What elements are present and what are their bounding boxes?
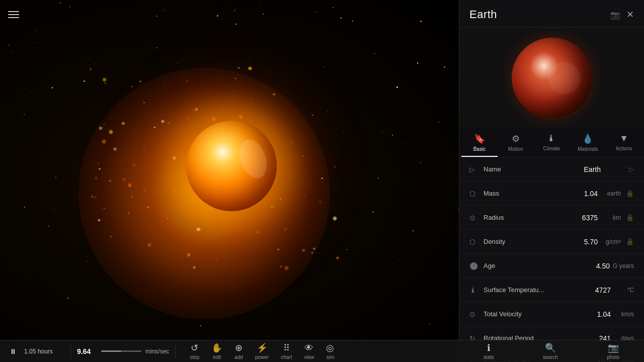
toolbar-btn-view[interactable]: 👁 view [298, 342, 320, 361]
tab-materials[interactable]: 💧 Materials [570, 128, 606, 157]
chart-label: chart [281, 354, 292, 360]
copy-icon[interactable]: ▷ [629, 165, 634, 173]
panel-title: Earth [469, 8, 497, 21]
prop-value-0[interactable]: Earth [584, 165, 601, 173]
lock-icon[interactable]: 🔒 [626, 214, 634, 221]
motion-tab-label: Motion [508, 146, 523, 152]
prop-unit-3: g/cm³ [601, 238, 621, 245]
menu-icon[interactable] [8, 9, 19, 20]
prop-value-area-4: 4.50 G years [545, 262, 634, 270]
prop-value-2[interactable]: 6375 [582, 214, 598, 222]
planet-thumb-image [512, 38, 592, 118]
prop-row-radius: ⊙ Radius 6375 km 🔒 [459, 206, 644, 230]
materials-tab-label: Materials [578, 146, 598, 152]
prop-name-6: ⊙ Total Velocity [469, 310, 545, 318]
prop-value-5[interactable]: 4727 [595, 286, 611, 294]
toolbar-sep-1 [70, 344, 71, 359]
toolbar-btn-add[interactable]: ⊕ add [228, 341, 249, 361]
search-br-label: search [543, 354, 558, 360]
planet-thumbnail [459, 28, 644, 128]
prop-label-6: Total Velocity [484, 310, 522, 318]
search-br-icon: 🔍 [545, 342, 556, 353]
bottom-right-btn-search[interactable]: 🔍 search [537, 341, 564, 361]
close-icon[interactable]: ✕ [626, 9, 634, 20]
bottom-toolbar: ⏸ 1.05 hours 9.64 mins/sec ↺ step ✋ edit… [0, 340, 459, 362]
sim-icon: ◎ [326, 342, 334, 353]
bottom-right-btn-photo[interactable]: 📷 photo [601, 341, 625, 361]
prop-value-3[interactable]: 5.70 [584, 238, 598, 246]
toolbar-btn-sim[interactable]: ◎ sim [320, 341, 340, 361]
pause-button[interactable]: ⏸ [6, 344, 20, 358]
stats-br-label: stats [484, 354, 494, 360]
toolbar-btn-chart[interactable]: ⠿ chart [275, 341, 298, 361]
prop-name-2: ⊙ Radius [469, 214, 545, 222]
prop-row-surface-temperatu: 🌡 Surface Temperatu... 4727 °C [459, 278, 644, 302]
basic-tab-icon: 🔖 [474, 133, 485, 144]
stats-br-icon: ℹ [487, 342, 491, 353]
prop-value-6[interactable]: 1.04 [597, 310, 611, 318]
prop-label-0: Name [484, 165, 501, 173]
climate-tab-icon: 🌡 [547, 133, 556, 144]
time-display: 1.05 hours [24, 348, 64, 355]
prop-unit-1: earth [601, 190, 621, 197]
panel-header-icons: 📷 ✕ [610, 9, 634, 20]
prop-unit-5: °C [614, 287, 634, 294]
prop-label-1: Mass [484, 190, 499, 197]
prop-value-area-0: Earth ▷ [545, 165, 634, 173]
basic-tab-label: Basic [473, 146, 486, 152]
prop-unit-2: km [601, 214, 621, 221]
prop-unit-4: G years [613, 262, 634, 269]
prop-name-5: 🌡 Surface Temperatu... [469, 286, 545, 294]
photo-br-icon: 📷 [608, 342, 619, 353]
prop-value-area-6: 1.04 km/s [545, 310, 634, 318]
photo-br-label: photo [607, 354, 619, 360]
actions-tab-label: Actions [616, 146, 632, 151]
power-icon: ⚡ [257, 342, 268, 353]
prop-value-1[interactable]: 1.04 [584, 190, 598, 198]
add-label: add [234, 354, 243, 360]
prop-row-name: ▷ Name Earth ▷ [459, 157, 644, 182]
right-panel: Earth 📷 ✕ 🔖 Basic ⚙ Motion 🌡 Climate 💧 M… [459, 0, 644, 362]
prop-row-total-velocity: ⊙ Total Velocity 1.04 km/s [459, 302, 644, 326]
prop-value-area-1: 1.04 earth 🔒 [545, 190, 634, 198]
lock-icon[interactable]: 🔒 [626, 190, 634, 197]
prop-icon-1: ⬡ [469, 190, 479, 198]
bottom-right-btn-stats[interactable]: ℹ stats [477, 341, 500, 361]
lock-icon[interactable]: 🔒 [626, 238, 634, 245]
bottom-toolbar-right: ℹ stats 🔍 search 📷 photo [459, 340, 644, 362]
prop-icon-4: 🕐 [469, 262, 479, 270]
toolbar-btn-edit[interactable]: ✋ edit [205, 341, 228, 361]
edit-icon: ✋ [211, 342, 222, 353]
toolbar-btn-step[interactable]: ↺ step [184, 341, 205, 361]
view-label: view [304, 354, 314, 360]
prop-row-age: 🕐 Age 4.50 G years [459, 254, 644, 278]
camera-icon[interactable]: 📷 [610, 10, 620, 20]
prop-name-4: 🕐 Age [469, 262, 545, 270]
toolbar-btn-power[interactable]: ⚡ power [249, 341, 275, 361]
tab-actions[interactable]: ▼ Actions [606, 128, 642, 157]
viewport: ⏸ 1.05 hours 9.64 mins/sec ↺ step ✋ edit… [0, 0, 459, 362]
prop-name-0: ▷ Name [469, 165, 545, 173]
tab-climate[interactable]: 🌡 Climate [534, 128, 570, 157]
center-planet[interactable] [186, 121, 277, 211]
prop-icon-6: ⊙ [469, 310, 479, 318]
properties-list: ▷ Name Earth ▷ ⬡ Mass 1.04 earth 🔒 ⊙ Rad… [459, 157, 644, 362]
tab-basic[interactable]: 🔖 Basic [461, 128, 498, 157]
step-label: step [190, 354, 199, 360]
prop-icon-3: ⬡ [469, 238, 479, 246]
motion-tab-icon: ⚙ [512, 133, 520, 144]
prop-label-2: Radius [484, 214, 504, 221]
tab-motion[interactable]: ⚙ Motion [498, 128, 534, 157]
speed-slider[interactable] [101, 350, 141, 352]
view-icon: 👁 [304, 343, 313, 353]
edit-label: edit [213, 354, 221, 360]
prop-label-3: Density [484, 238, 505, 245]
speed-display[interactable]: 9.64 [77, 347, 97, 355]
climate-tab-label: Climate [543, 146, 560, 151]
prop-icon-0: ▷ [469, 165, 479, 173]
prop-label-4: Age [484, 262, 495, 269]
sim-label: sim [327, 354, 335, 360]
prop-value-4[interactable]: 4.50 [596, 262, 610, 270]
step-icon: ↺ [191, 342, 198, 353]
chart-icon: ⠿ [283, 342, 290, 353]
